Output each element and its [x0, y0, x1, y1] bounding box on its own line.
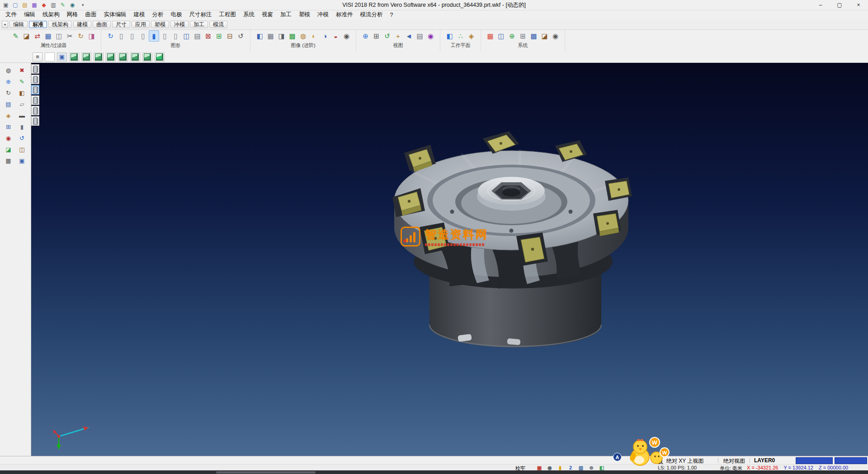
menu-item-help[interactable]: ?	[387, 12, 397, 18]
raster-grid-button[interactable]: ▩	[528, 30, 539, 42]
save-file-icon[interactable]: ▦	[30, 1, 38, 9]
shade-toggle-button[interactable]: ◪	[2, 144, 14, 154]
point-probe-button[interactable]: ◉	[2, 133, 14, 143]
workplane-standard-button[interactable]: ◧	[444, 30, 455, 42]
menu-item-wireframe[interactable]: 线架构	[39, 11, 63, 19]
tab-overflow-icon[interactable]: ▾	[2, 21, 8, 28]
tab-standard[interactable]: 标准	[29, 21, 47, 28]
capture-view-button[interactable]: ▣	[16, 156, 28, 166]
plane-indicator-icon[interactable]: ◧	[598, 465, 605, 471]
blank-elements-button[interactable]: ⊠	[203, 30, 213, 42]
entity-filter-1-button[interactable]	[31, 64, 39, 74]
view-cube-iso-button[interactable]	[142, 52, 152, 62]
close-button[interactable]: ×	[849, 0, 868, 10]
show-hidden-line-button[interactable]: ▯	[160, 30, 170, 42]
clone-view-button[interactable]: ◫	[181, 30, 192, 42]
capture-icon[interactable]: ◉	[68, 1, 76, 9]
quick-access-dropdown-icon[interactable]: ▾	[79, 2, 87, 8]
unblank-elements-button[interactable]: ⊞	[214, 30, 224, 42]
menu-item-edit[interactable]: 编辑	[20, 11, 39, 19]
tab-wireframe[interactable]: 线架构	[48, 21, 72, 28]
show-shaded-button[interactable]: ▮	[149, 30, 159, 42]
saved-views-button[interactable]: ▤	[415, 30, 425, 42]
capture-image-button[interactable]: ◉	[341, 30, 352, 42]
new-file-icon[interactable]: ▢	[11, 1, 19, 9]
visi-home-icon[interactable]: ◆	[40, 1, 48, 9]
entity-filter-4-button[interactable]	[31, 95, 39, 105]
wireframe-render-button[interactable]: ▦	[265, 30, 276, 42]
swap-attributes-button[interactable]: ⇄	[32, 30, 42, 42]
view-cube-top-button[interactable]	[69, 52, 79, 62]
grid-snap-button[interactable]: ⊞	[2, 122, 14, 132]
refresh-regen-button[interactable]: ↺	[236, 30, 246, 42]
light-source-button[interactable]: ◐	[309, 30, 319, 42]
tab-flow[interactable]: 模流	[209, 21, 227, 28]
tab-surface[interactable]: 曲面	[93, 21, 111, 28]
delete-entity-button[interactable]: ✖	[16, 65, 28, 75]
shaded-preview-button[interactable]: ▣	[57, 52, 67, 62]
display-warning-icon[interactable]: ▣	[536, 465, 543, 471]
element-filter-button[interactable]: ▦	[43, 30, 53, 42]
menu-item-machining[interactable]: 加工	[277, 11, 295, 19]
entity-filter-5-button[interactable]	[31, 106, 39, 115]
menu-item-electrode[interactable]: 电极	[167, 11, 186, 19]
plot-preview-icon[interactable]: ✎	[59, 1, 67, 9]
menu-item-mould[interactable]: 塑模	[295, 11, 314, 19]
menu-item-standard-parts[interactable]: 标准件	[332, 11, 357, 19]
menu-item-dimensioning[interactable]: 尺寸标注	[186, 11, 216, 19]
wireframe-preview-button[interactable]	[45, 52, 55, 62]
menu-item-surface[interactable]: 曲面	[82, 11, 100, 19]
show-translucent-button[interactable]: ▯	[170, 30, 181, 42]
entity-filter-6-button[interactable]	[31, 116, 39, 126]
zoom-select-button[interactable]: ◍	[2, 65, 14, 75]
tab-edit[interactable]: 编辑	[9, 21, 28, 28]
active-layer-indicator[interactable]: LAYER0	[754, 457, 775, 464]
section-clip-button[interactable]: ◒	[330, 30, 341, 42]
tab-mould[interactable]: 塑模	[151, 21, 169, 28]
cylinder-tool-button[interactable]: ▮	[16, 122, 28, 132]
backdrop-color-button[interactable]: ◑	[320, 30, 330, 42]
hidden-line-render-button[interactable]: ◨	[276, 30, 287, 42]
render-list-menu-icon[interactable]: ≡	[33, 52, 42, 62]
realistic-render-button[interactable]: ▩	[287, 30, 297, 42]
open-file-icon[interactable]: ▤	[21, 1, 29, 9]
tab-modeling[interactable]: 建模	[73, 21, 91, 28]
network-link-button[interactable]: ⊕	[507, 30, 517, 42]
shaded-render-button[interactable]: ◧	[255, 30, 265, 42]
minimize-button[interactable]: –	[811, 0, 830, 10]
info-about-button[interactable]: ◉	[550, 30, 561, 42]
snapshot-camera-icon[interactable]: ◉	[546, 465, 553, 471]
print-icon[interactable]: ▥	[49, 1, 57, 9]
workplane-3point-button[interactable]: ∴	[455, 30, 466, 42]
view-cube-left-button[interactable]	[118, 52, 128, 62]
undo-view-button[interactable]: ↺	[16, 133, 28, 143]
view-cube-back-button[interactable]	[106, 52, 116, 62]
view-cube-bottom-button[interactable]	[130, 52, 140, 62]
move-origin-button[interactable]: ⊕	[2, 76, 14, 86]
mirror-entity-button[interactable]: ◧	[16, 88, 28, 98]
menu-item-solid-edit[interactable]: 实体编辑	[100, 11, 130, 19]
view-cube-right-button[interactable]	[94, 52, 104, 62]
layers-panel-button[interactable]: ▤	[2, 99, 14, 109]
copy-clipboard-button[interactable]: ◫	[16, 144, 28, 154]
viewport-3d[interactable]: 智造资料网	[31, 62, 868, 456]
menu-item-window[interactable]: 视窗	[258, 11, 277, 19]
sketch-edit-button[interactable]: ✎	[16, 76, 28, 86]
addins-button[interactable]: ◪	[539, 30, 550, 42]
visibility-list-button[interactable]: ▤	[192, 30, 203, 42]
view-cube-front-button[interactable]	[81, 52, 91, 62]
hatch-pattern-button[interactable]: ▦	[2, 156, 14, 166]
color-table-button[interactable]: ▦	[485, 30, 495, 42]
tab-application[interactable]: 应用	[132, 21, 150, 28]
menu-item-file[interactable]: 文件	[2, 11, 20, 19]
plane-view-button[interactable]: ▱	[16, 99, 28, 109]
match-attributes-button[interactable]: ◪	[21, 30, 32, 42]
highlight-clear-button[interactable]: ◨	[86, 30, 97, 42]
menu-item-die[interactable]: 冲模	[314, 11, 332, 19]
menu-item-mesh[interactable]: 网格	[63, 11, 82, 19]
view-cube-dimetric-button[interactable]	[155, 52, 165, 62]
workplane-align-button[interactable]: ◈	[466, 30, 476, 42]
zoom-extents-button[interactable]: ⊕	[360, 30, 371, 42]
menu-item-drafting[interactable]: 工程图	[216, 11, 240, 19]
options-gear-icon[interactable]: ⊛	[588, 465, 595, 471]
